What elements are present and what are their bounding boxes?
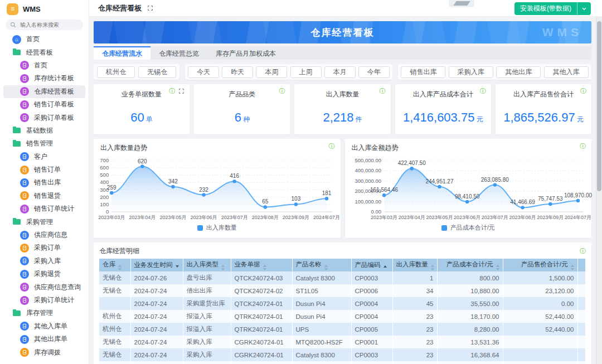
table-row[interactable]: 2024-07-24采购退货出库QTCK240724-01Dusun Pi4CP… xyxy=(99,297,586,310)
filter-button[interactable]: 杭州仓 xyxy=(97,66,135,78)
chart-legend[interactable]: 出入库数量 xyxy=(97,224,337,232)
sidebar-item[interactable]: 首页 xyxy=(3,59,85,72)
filter-button[interactable]: 其他入库 xyxy=(544,66,589,78)
sort-icon[interactable] xyxy=(263,265,266,270)
supplier-icon xyxy=(20,231,29,240)
sidebar-item-label: 销售订单统计 xyxy=(34,204,74,213)
sidebar-item[interactable]: 基础数据 xyxy=(3,124,85,137)
info-icon[interactable]: ⓘ xyxy=(169,88,175,94)
filter-button[interactable]: 上周 xyxy=(290,66,322,78)
sidebar-item[interactable]: 销售退货 xyxy=(3,190,85,202)
table-column-header[interactable]: 产品编码 xyxy=(351,259,392,271)
svg-text:400,000.00: 400,000.00 xyxy=(355,167,381,173)
filter-button[interactable]: 采购入库 xyxy=(449,66,493,78)
tab[interactable]: 库存产品月加权成本 xyxy=(207,46,284,60)
sidebar-item[interactable]: 库存统计看板 xyxy=(3,72,85,85)
sidebar-item[interactable]: 销售订单 xyxy=(3,163,85,176)
customer-icon xyxy=(20,152,29,161)
sort-icon[interactable] xyxy=(496,265,499,270)
table-row[interactable]: 杭州仓2024-07-24销售出库XSCK240724-01UPSCP00054… xyxy=(99,361,586,364)
search-input[interactable] xyxy=(19,21,79,28)
info-icon[interactable]: ⓘ xyxy=(580,88,586,94)
filter-button[interactable]: 其他出库 xyxy=(496,66,541,78)
sidebar-item[interactable]: 库存管理 xyxy=(3,307,85,319)
table-column-header[interactable]: 出入库数量 xyxy=(392,259,437,271)
table-column-header[interactable]: 产品名称 xyxy=(292,259,351,271)
sidebar-item[interactable]: 采购订单统计 xyxy=(3,294,85,307)
sidebar-item[interactable]: 采购退货 xyxy=(3,268,85,280)
sidebar-item[interactable]: 销售管理 xyxy=(3,137,85,150)
doc-glyph xyxy=(23,298,26,303)
sidebar-item[interactable]: 库存调拨 xyxy=(3,346,85,358)
filter-button[interactable]: 本周 xyxy=(256,66,287,78)
column-label: 产品成本合计/元 xyxy=(446,261,493,268)
table-row[interactable]: 杭州仓2024-07-24报溢入库QTRK240724-01UPSCP00052… xyxy=(99,323,586,336)
info-icon[interactable]: ⓘ xyxy=(380,88,386,94)
chart-legend[interactable]: 产品成本合计/元 xyxy=(348,224,589,232)
fullscreen-icon[interactable] xyxy=(147,5,153,11)
folder-icon xyxy=(13,50,21,55)
sidebar-item-label: 基础数据 xyxy=(26,126,53,135)
sort-icon[interactable] xyxy=(176,265,179,268)
sidebar-item[interactable]: 采购管理 xyxy=(3,215,85,228)
svg-text:2023年09月: 2023年09月 xyxy=(537,215,564,220)
sidebar-item[interactable]: 其他入库单 xyxy=(3,320,85,333)
sidebar-item[interactable]: 客户 xyxy=(3,151,85,163)
scrollbar-thumb[interactable] xyxy=(597,21,601,191)
table-row[interactable]: 无锡仓2024-07-24采购入库CGRK240724-01Catalyst 8… xyxy=(99,348,586,361)
sidebar-search[interactable] xyxy=(6,20,83,30)
info-icon[interactable]: ⓘ xyxy=(580,248,586,254)
table-row[interactable]: 杭州仓2024-07-24报溢入库QTRK240724-01Dusun Pi4C… xyxy=(99,310,586,323)
filter-button[interactable]: 本月 xyxy=(324,66,356,78)
info-icon[interactable]: ⓘ xyxy=(279,88,285,94)
vertical-scrollbar[interactable] xyxy=(596,17,602,364)
chevron-down-icon[interactable] xyxy=(577,2,591,15)
table-column-header[interactable]: 业务单据 xyxy=(231,259,292,271)
install-template-button[interactable]: 安装模板(带数据) xyxy=(514,2,591,15)
sort-icon[interactable] xyxy=(118,265,122,270)
filter-button[interactable]: 昨天 xyxy=(222,66,253,78)
tab[interactable]: 仓库经营总览 xyxy=(151,46,207,60)
sidebar-item[interactable]: 销售出库 xyxy=(3,176,85,189)
sidebar-item[interactable]: 采购入库 xyxy=(3,255,85,268)
table-cell: 报溢入库 xyxy=(183,323,231,336)
sidebar-item[interactable]: 销售订单看板 xyxy=(3,98,85,111)
table-cell: 无锡仓 xyxy=(99,336,130,348)
filter-button[interactable]: 销售出库 xyxy=(401,66,445,78)
filter-button[interactable]: 今年 xyxy=(358,66,390,78)
sort-icon[interactable] xyxy=(324,265,328,270)
filter-button[interactable]: 无锡仓 xyxy=(138,66,176,78)
doc-glyph xyxy=(23,76,26,81)
sidebar-item[interactable]: 其他出库单 xyxy=(3,333,85,346)
install-template-label[interactable]: 安装模板(带数据) xyxy=(514,2,577,15)
table-cell: 52,440.00 xyxy=(503,323,577,336)
sort-icon[interactable] xyxy=(221,265,225,270)
tab[interactable]: 仓库经营流水 xyxy=(94,46,151,60)
expand-icon[interactable] xyxy=(178,88,185,94)
sidebar-item[interactable]: 采购订单 xyxy=(3,241,85,254)
table-column-header[interactable]: 出入库类型 xyxy=(183,259,231,271)
sidebar-item[interactable]: 采购订单看板 xyxy=(3,111,85,124)
info-icon[interactable]: ⓘ xyxy=(329,143,335,149)
sidebar-item[interactable]: 仓库经营看板 xyxy=(3,85,85,98)
table-row[interactable]: 无锡仓2024-07-26盘亏出库QTCK240724-03Catalyst 8… xyxy=(99,271,586,284)
table-row[interactable]: 无锡仓2024-07-24采购入库CGRK240724-01MTQ8200-HS… xyxy=(99,336,586,348)
info-icon[interactable]: ⓘ xyxy=(580,143,586,149)
topbar: 仓库经营看板 安装模板(带数据) xyxy=(89,0,602,17)
table-cell: 23 xyxy=(392,310,437,323)
sidebar-item[interactable]: 供应商信息查询 xyxy=(3,280,85,293)
table-column-header[interactable]: 仓库 xyxy=(99,259,130,271)
table-column-header[interactable]: 产品售价合计/元 xyxy=(503,259,577,271)
table-column-header[interactable]: 产品成本合计/元 xyxy=(437,259,503,271)
sidebar-item[interactable]: 销售订单统计 xyxy=(3,202,85,215)
sidebar-item[interactable]: 供应商信息 xyxy=(3,229,85,241)
info-icon[interactable]: ⓘ xyxy=(480,88,486,94)
sort-icon[interactable] xyxy=(571,265,574,270)
filter-button[interactable]: 今天 xyxy=(188,66,219,78)
sidebar-item[interactable]: 经营看板 xyxy=(3,46,85,59)
sort-icon[interactable] xyxy=(383,265,387,268)
sort-icon[interactable] xyxy=(431,265,434,270)
table-row[interactable]: 无锡仓2024-07-24借出出库QTCK240724-02ST1L05CP00… xyxy=(99,284,586,297)
sidebar-item[interactable]: ⌂首页 xyxy=(3,33,85,46)
table-column-header[interactable]: 业务发生时间 xyxy=(130,259,183,271)
